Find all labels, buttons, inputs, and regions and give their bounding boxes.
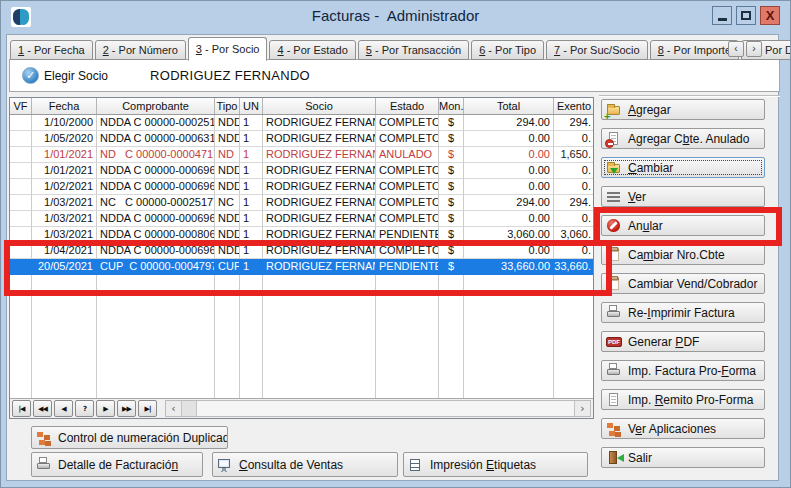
cell-empty bbox=[554, 323, 593, 339]
cell-empty bbox=[97, 355, 215, 371]
socio-panel: ✓ Elegir Socio RODRIGUEZ FERNANDO bbox=[9, 59, 780, 92]
action-panel: +AgregarAgregar Cbte. AnuladoCambiarVerA… bbox=[601, 99, 765, 468]
column-header-vf[interactable]: VF bbox=[10, 98, 32, 114]
column-header-mon[interactable]: Mon. bbox=[439, 98, 464, 114]
tab-5-por-transacci-n[interactable]: 5 - Por Transacción bbox=[358, 40, 469, 60]
agregar-button[interactable]: +Agregar bbox=[601, 99, 765, 120]
cell-empty bbox=[464, 323, 554, 339]
cambiar-button[interactable]: Cambiar bbox=[601, 157, 765, 178]
cell-total: 0.00 bbox=[464, 163, 554, 179]
cell-empty bbox=[554, 291, 593, 307]
list-icon bbox=[606, 189, 622, 205]
nav-last-button[interactable]: ▶| bbox=[138, 400, 157, 417]
cell-socio: RODRIGUEZ FERNAN bbox=[263, 227, 376, 243]
cell-comprobante: CUP C 00000-00047970 bbox=[97, 259, 215, 275]
close-button[interactable]: X bbox=[760, 6, 780, 25]
nav-prev-button[interactable]: ◀ bbox=[54, 400, 73, 417]
impresi-n-etiquetas-button[interactable]: Impresión Etiquetas bbox=[403, 452, 588, 477]
cell-empty bbox=[10, 307, 32, 323]
elegir-socio-button[interactable]: ✓ Elegir Socio bbox=[22, 68, 108, 84]
window: Facturas - Administrador X 1 - Por Fecha… bbox=[0, 0, 791, 488]
salir-button[interactable]: Salir bbox=[601, 447, 765, 468]
tab-4-por-estado[interactable]: 4 - Por Estado bbox=[269, 40, 355, 60]
table-row[interactable]: 1/04/2021NDDA C 00000-0006964NDD1RODRIGU… bbox=[10, 243, 593, 259]
monitor-icon bbox=[217, 457, 233, 473]
labels-icon bbox=[408, 457, 424, 473]
scroll-right-button[interactable]: › bbox=[574, 401, 590, 416]
cell-fecha: 1/01/2021 bbox=[32, 147, 97, 163]
cell-fecha: 1/04/2021 bbox=[32, 243, 97, 259]
control-numeracion-duplicados-button[interactable]: Control de numeración Duplicados bbox=[31, 426, 228, 449]
tab-scroll-next-button[interactable]: › bbox=[746, 41, 762, 57]
cell-empty bbox=[464, 275, 554, 291]
cell-empty bbox=[554, 275, 593, 291]
tab-scroll: ‹ › bbox=[728, 41, 762, 57]
tab-1-por-fecha[interactable]: 1 - Por Fecha bbox=[10, 40, 93, 60]
tab-6-por-tipo[interactable]: 6 - Por Tipo bbox=[471, 40, 544, 60]
button-label: Ver bbox=[628, 190, 646, 204]
cell-estado: COMPLETO bbox=[376, 179, 439, 195]
ver-button[interactable]: Ver bbox=[601, 186, 765, 207]
nav-fast-next-button[interactable]: ▶▶ bbox=[117, 400, 136, 417]
cell-empty bbox=[97, 307, 215, 323]
table-row[interactable]: 1/03/2021NC C 00000-00025177NC1RODRIGUEZ… bbox=[10, 195, 593, 211]
table-row[interactable]: 1/05/2020NDDA C 00000-0006316NDD1RODRIGU… bbox=[10, 131, 593, 147]
column-header-estado[interactable]: Estado bbox=[376, 98, 439, 114]
column-header-socio[interactable]: Socio bbox=[263, 98, 376, 114]
table-row[interactable]: 1/03/2021NDDA C 00000-0006964NDD1RODRIGU… bbox=[10, 211, 593, 227]
column-header-un[interactable]: UN bbox=[240, 98, 263, 114]
table-row[interactable]: 1/10/2000NDDA C 00000-0002517NDD1RODRIGU… bbox=[10, 115, 593, 131]
column-header-tipo[interactable]: Tipo bbox=[215, 98, 240, 114]
table-row[interactable]: 1/01/2021ND C 00000-00004717ND1RODRIGUEZ… bbox=[10, 147, 593, 163]
cell-empty bbox=[464, 355, 554, 371]
column-header-total[interactable]: Total bbox=[464, 98, 554, 114]
agregar-cbte-anulado-button[interactable]: Agregar Cbte. Anulado bbox=[601, 128, 765, 149]
cell-empty bbox=[97, 323, 215, 339]
consulta-de-ventas-button[interactable]: Consulta de Ventas bbox=[212, 452, 398, 477]
nav-help-button[interactable]: ? bbox=[75, 400, 94, 417]
table-row[interactable]: 1/02/2021NDDA C 00000-0006964NDD1RODRIGU… bbox=[10, 179, 593, 195]
column-header-fecha[interactable]: Fecha bbox=[32, 98, 97, 114]
imp-factura-pro-forma-button[interactable]: Imp. Factura Pro-Forma bbox=[601, 360, 765, 381]
tab-2-por-n-mero[interactable]: 2 - Por Número bbox=[95, 40, 186, 60]
cell-empty bbox=[376, 355, 439, 371]
tab-3-por-socio[interactable]: 3 - Por Socio bbox=[188, 37, 268, 61]
cell-empty bbox=[263, 339, 376, 355]
tab-scroll-prev-button[interactable]: ‹ bbox=[728, 41, 744, 57]
cell-estado: COMPLETO bbox=[376, 243, 439, 259]
cambiar-vend-cobrador-button[interactable]: Cambiar Vend/Cobrador bbox=[601, 273, 765, 294]
tab-8-por-importe[interactable]: 8 - Por Importe bbox=[650, 40, 739, 60]
table-row[interactable]: 1/01/2021NDDA C 00000-0006964NDD1RODRIGU… bbox=[10, 163, 593, 179]
column-header-exento[interactable]: Exento bbox=[554, 98, 594, 114]
re-imprimir-factura-button[interactable]: Re-Imprimir Factura bbox=[601, 302, 765, 323]
cell-empty bbox=[554, 387, 593, 398]
cambiar-nro-cbte-button[interactable]: Cambiar Nro.Cbte bbox=[601, 244, 765, 265]
cell-mon: $ bbox=[439, 195, 464, 211]
button-label: Agregar Cbte. Anulado bbox=[628, 132, 749, 146]
tab-7-por-suc-socio[interactable]: 7 - Por Suc/Socio bbox=[546, 40, 648, 60]
cell-un: 1 bbox=[240, 195, 263, 211]
horizontal-scrollbar[interactable]: ‹ › bbox=[165, 400, 591, 417]
generar-pdf-button[interactable]: PDFGenerar PDF bbox=[601, 331, 765, 352]
table-row-empty bbox=[10, 307, 593, 323]
scroll-left-button[interactable]: ‹ bbox=[166, 401, 182, 416]
maximize-button[interactable] bbox=[736, 6, 756, 25]
column-header-comprobante[interactable]: Comprobante bbox=[97, 98, 215, 114]
anular-button[interactable]: Anular bbox=[601, 215, 765, 236]
scrollbar-thumb[interactable] bbox=[182, 401, 197, 416]
panel-separator bbox=[599, 95, 780, 96]
cell-empty bbox=[32, 371, 97, 387]
nav-fast-prev-button[interactable]: ◀◀ bbox=[33, 400, 52, 417]
table-row[interactable]: 1/03/2021NDDA C 00000-0008068NDD1RODRIGU… bbox=[10, 227, 593, 243]
detalle-de-facturaci-n-button[interactable]: Detalle de Facturación bbox=[31, 452, 203, 477]
nav-first-button[interactable]: |◀ bbox=[12, 400, 31, 417]
cell-socio: RODRIGUEZ FERNAN bbox=[263, 211, 376, 227]
cell-total: 0.00 bbox=[464, 131, 554, 147]
imp-remito-pro-forma-button[interactable]: Imp. Remito Pro-Forma bbox=[601, 389, 765, 410]
cell-mon: $ bbox=[439, 131, 464, 147]
nav-next-button[interactable]: ▶ bbox=[96, 400, 115, 417]
minimize-button[interactable] bbox=[712, 6, 732, 25]
table-row[interactable]: 20/05/2021CUP C 00000-00047970CUP1RODRIG… bbox=[10, 259, 593, 275]
table-row-empty bbox=[10, 355, 593, 371]
ver-aplicaciones-button[interactable]: Ver Aplicaciones bbox=[601, 418, 765, 439]
